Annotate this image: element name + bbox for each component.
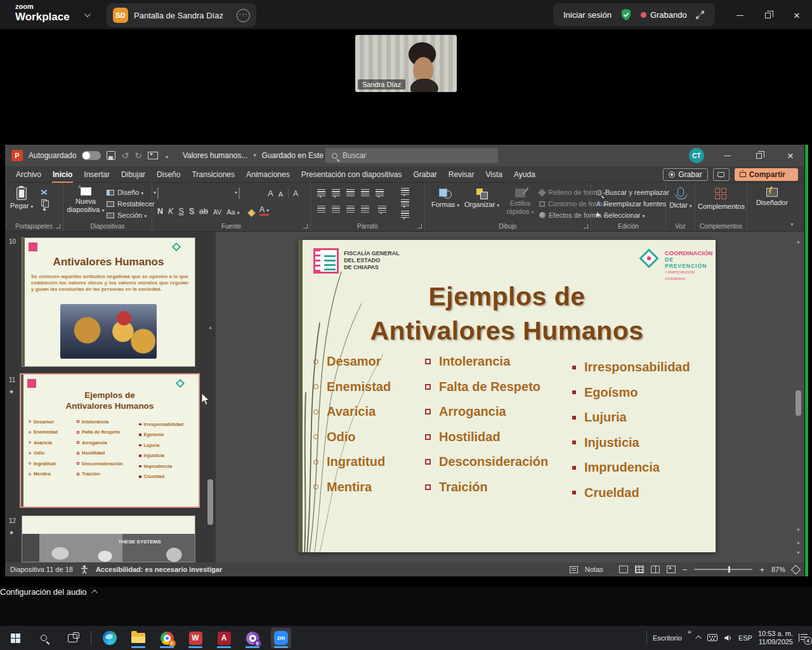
browser-profile1-button[interactable]: E xyxy=(157,628,177,648)
thumbnails-scroll-thumb[interactable] xyxy=(207,479,213,525)
bullets-icon[interactable] xyxy=(317,189,325,196)
start-button[interactable] xyxy=(5,628,25,648)
change-case-icon[interactable]: Aa xyxy=(226,208,239,216)
taskbar-search-button[interactable] xyxy=(34,628,54,648)
align-text-icon[interactable] xyxy=(401,199,409,206)
slide-scroll-thumb[interactable] xyxy=(796,390,801,416)
ribbon-tab[interactable]: Transiciones xyxy=(186,167,240,182)
italic-icon[interactable]: K xyxy=(168,207,173,216)
strikethrough-icon[interactable]: ab xyxy=(199,207,208,216)
fullscreen-expand-icon[interactable] xyxy=(695,10,705,20)
ribbon-collapse-icon[interactable] xyxy=(790,217,794,229)
ribbon-tab[interactable]: Diseño xyxy=(151,167,186,182)
zoom-out-icon[interactable]: − xyxy=(683,565,688,574)
word-app-button[interactable]: W xyxy=(185,628,206,648)
addins-button[interactable]: Complementos xyxy=(698,188,744,211)
bold-icon[interactable]: N xyxy=(157,207,163,216)
tab-options-icon[interactable]: ··· xyxy=(237,9,250,22)
dictate-button[interactable]: Dictar xyxy=(670,187,691,209)
clear-format-icon[interactable]: A xyxy=(288,189,298,198)
overflow-icon[interactable]: » xyxy=(688,628,691,635)
layout-button[interactable]: Diseño xyxy=(107,189,143,196)
underline-icon[interactable]: S xyxy=(178,207,183,216)
paragraph-dialog-launcher-icon[interactable] xyxy=(417,224,422,229)
zoom-percentage[interactable]: 87% xyxy=(771,566,785,573)
audio-settings-button[interactable]: Configuración del audio xyxy=(0,587,812,597)
reading-view-icon[interactable] xyxy=(651,566,660,573)
zoom-slider[interactable] xyxy=(694,569,752,570)
zoom-minimize-button[interactable] xyxy=(731,10,749,21)
file-explorer-button[interactable] xyxy=(128,628,148,648)
touch-keyboard-icon[interactable] xyxy=(707,634,717,641)
paste-button[interactable]: Pegar xyxy=(10,187,33,210)
share-button[interactable]: Compartir xyxy=(735,168,798,181)
clock[interactable]: 10:53 a. m. 11/09/2025 xyxy=(758,630,793,646)
numbering-icon[interactable] xyxy=(332,189,340,196)
slide-scrollbar[interactable] xyxy=(794,232,803,562)
slide11-thumbnail-selected[interactable]: Ejemplos de Antivalores Humanos DesamorE… xyxy=(20,373,200,508)
font-dialog-launcher-icon[interactable] xyxy=(303,224,308,229)
language-indicator[interactable]: ESP xyxy=(738,634,752,642)
text-highlight-icon[interactable] xyxy=(247,209,256,217)
save-icon[interactable] xyxy=(107,151,115,160)
shrink-font-icon[interactable]: A xyxy=(278,190,283,198)
normal-view-icon[interactable] xyxy=(619,566,628,573)
find-replace-button[interactable]: Buscar y reemplazar xyxy=(596,189,669,196)
account-avatar[interactable]: CT xyxy=(689,148,704,163)
quick-access-chevron-icon[interactable] xyxy=(164,150,168,161)
current-slide[interactable]: FISCALÍA GENERAL DEL ESTADO DE CHIAPAS C… xyxy=(298,240,716,552)
convert-smartart-icon[interactable] xyxy=(401,211,409,218)
slide10-thumbnail[interactable]: Antivalores Humanos Se conocen aquellas … xyxy=(22,237,195,367)
desktop-label[interactable]: Escritorio xyxy=(653,634,682,642)
arrange-button[interactable]: Organizar xyxy=(464,189,499,209)
hidden-icons-chevron-icon[interactable] xyxy=(695,635,702,642)
zoom-close-button[interactable] xyxy=(788,10,806,21)
scroll-down-icon[interactable] xyxy=(796,522,801,534)
grow-font-icon[interactable]: A xyxy=(268,189,273,198)
shared-screen-tab[interactable]: SD Pantalla de Sandra Díaz ··· xyxy=(107,3,256,27)
acrobat-app-button[interactable]: A xyxy=(214,628,234,648)
font-color-icon[interactable]: A xyxy=(259,206,269,216)
workplace-menu-chevron-icon[interactable] xyxy=(84,11,91,17)
text-shadow-icon[interactable]: S xyxy=(189,207,194,216)
document-title[interactable]: Valores humanos... xyxy=(183,151,248,160)
ribbon-tab[interactable]: Animaciones xyxy=(240,167,296,182)
edge-app-button[interactable] xyxy=(100,628,120,648)
next-slide-icon[interactable] xyxy=(796,545,801,557)
decrease-indent-icon[interactable] xyxy=(346,189,355,196)
comments-button[interactable] xyxy=(713,168,730,181)
zoom-slider-thumb[interactable] xyxy=(728,566,730,573)
notes-toggle[interactable]: Notas xyxy=(585,566,603,573)
speaker-icon[interactable] xyxy=(723,633,733,642)
ppt-close-button[interactable] xyxy=(782,150,799,161)
designer-button[interactable]: Diseñador xyxy=(752,188,792,207)
redo-icon[interactable] xyxy=(134,150,142,161)
align-right-icon[interactable] xyxy=(346,206,355,213)
ribbon-tab[interactable]: Ayuda xyxy=(508,167,541,182)
shapes-button[interactable]: Formas xyxy=(431,189,459,209)
align-center-icon[interactable] xyxy=(332,206,340,213)
select-button[interactable]: Seleccionar xyxy=(596,211,645,219)
undo-icon[interactable] xyxy=(121,150,129,161)
ribbon-tab[interactable]: Grabar xyxy=(407,167,442,182)
zoom-restore-button[interactable] xyxy=(759,10,776,21)
font-size-combo[interactable] xyxy=(239,187,240,199)
task-view-button[interactable] xyxy=(62,628,82,648)
signin-button[interactable]: Iniciar sesión xyxy=(563,10,612,20)
text-direction-icon[interactable] xyxy=(401,188,409,195)
drawing-dialog-launcher-icon[interactable] xyxy=(584,224,588,229)
align-left-icon[interactable] xyxy=(317,206,325,213)
line-spacing-icon[interactable] xyxy=(376,189,384,196)
replace-fonts-button[interactable]: AReemplazar fuentes xyxy=(596,200,666,208)
justify-icon[interactable] xyxy=(361,206,369,213)
ribbon-tab[interactable]: Presentación con diapositivas xyxy=(296,167,408,182)
zoom-in-icon[interactable]: + xyxy=(759,565,764,574)
record-button[interactable]: Grabar xyxy=(663,168,707,181)
section-button[interactable]: Sección xyxy=(107,211,147,219)
scroll-up-icon[interactable] xyxy=(796,234,801,246)
increase-indent-icon[interactable] xyxy=(361,189,369,196)
ribbon-tab[interactable]: Revisar xyxy=(443,167,480,182)
slide-sorter-view-icon[interactable] xyxy=(635,566,644,573)
columns-icon[interactable] xyxy=(378,206,386,213)
ppt-minimize-button[interactable] xyxy=(718,150,736,161)
